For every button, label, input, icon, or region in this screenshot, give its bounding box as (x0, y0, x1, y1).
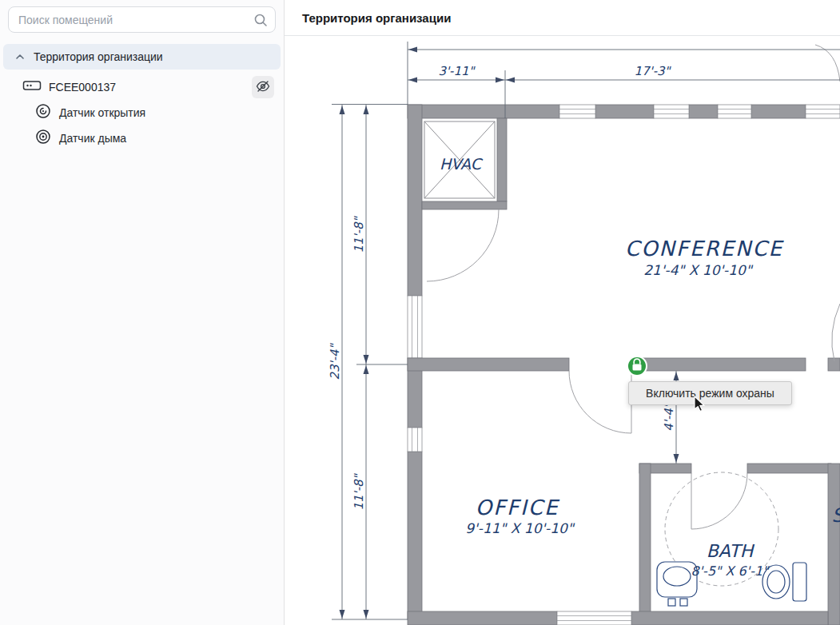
security-device-marker[interactable] (627, 356, 647, 376)
floor-plan-canvas[interactable]: 3'-11" 17'-3" 23'-4" 11'-8" 11'-8" 4'-4"… (285, 36, 840, 625)
dim-left-lower: 11'-8" (352, 472, 366, 510)
room-label-conference: CONFERENCE (625, 237, 785, 261)
tree-root-label: Территория организации (34, 50, 163, 63)
walls-group (408, 105, 840, 625)
dim-left-upper: 11'-8" (352, 215, 366, 253)
toilet (793, 563, 806, 601)
room-label-office: OFFICE (476, 496, 560, 520)
floor-plan: 3'-11" 17'-3" 23'-4" 11'-8" 11'-8" 4'-4"… (285, 36, 840, 625)
dim-top-right: 17'-3" (634, 64, 671, 78)
main-header: Территория организации (285, 0, 840, 36)
dim-office-bath: 4'-4" (662, 401, 676, 432)
page-title: Территория организации (302, 11, 451, 25)
tree-item-sensor-open[interactable]: Датчик открытия (0, 100, 284, 125)
room-label-partial: S (831, 504, 840, 527)
sensor-smoke-label: Датчик дыма (59, 132, 126, 145)
device-label: FCEE000137 (49, 81, 245, 94)
sidebar: Территория организации FCEE000137 (0, 0, 285, 625)
visibility-toggle-button[interactable] (252, 76, 274, 98)
smoke-sensor-icon (35, 129, 51, 148)
room-size-conference: 21'-4" X 10'-10" (643, 262, 754, 278)
security-tooltip-text: Включить режим охраны (646, 387, 774, 400)
search-input[interactable] (8, 6, 276, 33)
security-tooltip: Включить режим охраны (628, 381, 792, 405)
eye-off-icon (256, 79, 270, 96)
room-label-bath: BATH (707, 541, 755, 561)
window (557, 611, 631, 625)
chevron-up-icon[interactable] (14, 51, 26, 62)
tree-item-device[interactable]: FCEE000137 (0, 74, 284, 100)
main-panel: Территория организации (285, 0, 840, 625)
search-icon[interactable] (253, 13, 268, 27)
room-search (8, 6, 276, 33)
opening-sensor-icon (35, 103, 51, 122)
room-label-hvac: HVAC (440, 155, 484, 173)
sensor-open-label: Датчик открытия (59, 106, 145, 119)
dim-top-left: 3'-11" (438, 64, 476, 78)
dim-left-total: 23'-4" (328, 342, 342, 380)
mouse-cursor (694, 396, 707, 413)
room-size-office: 9'-11" X 10'-10" (465, 520, 575, 536)
tree-item-sensor-smoke[interactable]: Датчик дыма (0, 125, 284, 151)
app-window: Территория организации FCEE000137 (0, 0, 840, 625)
tree-item-territory[interactable]: Территория организации (3, 44, 281, 70)
device-icon (22, 78, 42, 96)
room-size-bath: 8'-5" X 6'-1" (691, 563, 770, 579)
